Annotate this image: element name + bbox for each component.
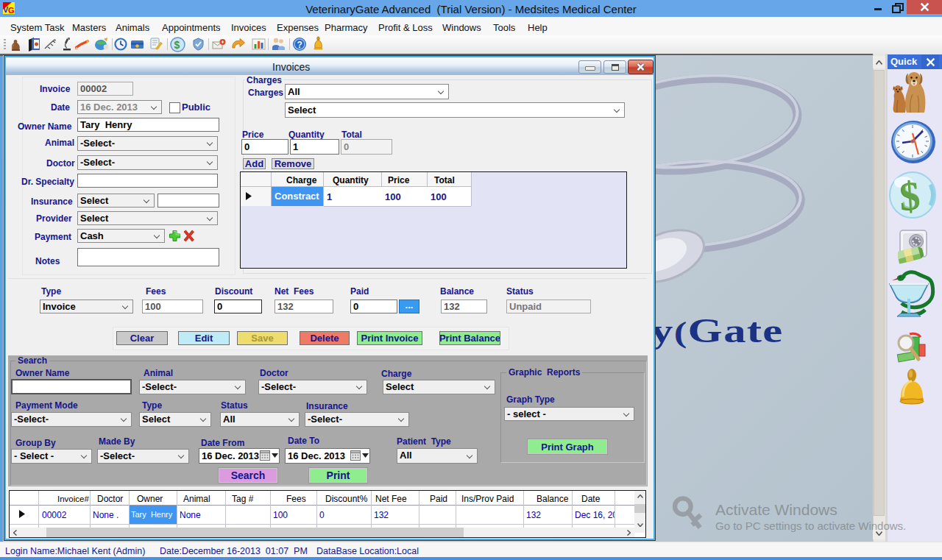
svg-text:$: $ — [174, 39, 180, 51]
svg-text:$: $ — [899, 174, 921, 217]
svg-text:?: ? — [297, 40, 302, 50]
